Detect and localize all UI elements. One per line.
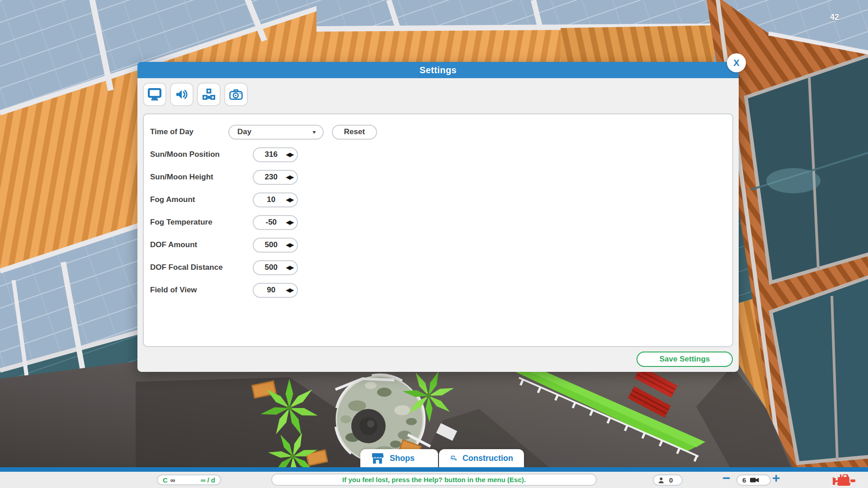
setting-row: Sun/Moon Position 316 ◀ ▶ [144, 143, 732, 166]
reset-button[interactable]: Reset [332, 125, 377, 140]
fps-counter: 42 [830, 13, 839, 22]
help-message-text: If you feel lost, press the Help? button… [342, 476, 526, 483]
camera-zoom-in-button[interactable]: + [772, 470, 780, 486]
camera-icon [229, 89, 243, 100]
decrement-arrow-icon[interactable]: ◀ [286, 264, 289, 271]
sitemap-icon [203, 89, 215, 100]
value-spinner[interactable]: 10 ◀ ▶ [253, 192, 298, 207]
chevron-down-icon: ▼ [311, 130, 317, 135]
setting-row: DOF Amount 500 ◀ ▶ [144, 234, 732, 256]
time-of-day-dropdown[interactable]: Day ▼ [228, 125, 324, 140]
settings-category-toolbar [143, 83, 248, 106]
setting-label: Sun/Moon Height [150, 173, 253, 182]
setting-row: Sun/Moon Height 230 ◀ ▶ [144, 166, 732, 188]
tab-construction[interactable]: Construction [439, 449, 524, 467]
setting-row: DOF Focal Distance 500 ◀ ▶ [144, 256, 732, 279]
setting-label: Sun/Moon Position [150, 150, 253, 159]
setting-row: Fog Amount 10 ◀ ▶ [144, 188, 732, 211]
hud-divider-bar [0, 467, 868, 472]
graphics-settings-button[interactable] [197, 83, 221, 106]
storefront-icon [371, 452, 384, 464]
save-settings-button[interactable]: Save Settings [637, 352, 733, 367]
settings-panel: Time of Day Day ▼ Reset Sun/Moon Positio… [143, 113, 733, 347]
build-menu-tabs: Shops Construction [360, 449, 524, 467]
person-icon [658, 477, 664, 483]
money-indicator: C ∞ ∞ / d [157, 474, 221, 485]
video-camera-icon [750, 477, 759, 483]
population-count: 0 [669, 476, 673, 484]
spinner-rows: Sun/Moon Position 316 ◀ ▶ Sun/Moon Heigh… [144, 143, 732, 301]
setting-row: Field of View 90 ◀ ▶ [144, 279, 732, 301]
value-spinner[interactable]: -50 ◀ ▶ [253, 215, 298, 230]
game-screen: 42 Settings X [0, 0, 868, 488]
camera-zoom-out-button[interactable]: − [722, 470, 731, 486]
status-bar: C ∞ ∞ / d If you feel lost, press the He… [0, 472, 868, 488]
income-rate-suffix: / d [208, 476, 216, 484]
setting-label: Time of Day [150, 127, 228, 136]
camera-level-value: 6 [742, 476, 746, 484]
decrement-arrow-icon[interactable]: ◀ [286, 287, 289, 293]
value-spinner[interactable]: 500 ◀ ▶ [253, 260, 298, 275]
decrement-arrow-icon[interactable]: ◀ [286, 151, 289, 158]
dropdown-selected-value: Day [237, 127, 251, 136]
close-button[interactable]: X [727, 53, 746, 72]
increment-arrow-icon[interactable]: ▶ [290, 197, 293, 203]
spinner-value: -50 [256, 218, 286, 227]
increment-arrow-icon[interactable]: ▶ [290, 151, 293, 158]
dialog-title: Settings [420, 65, 457, 75]
monitor-icon [148, 88, 161, 101]
increment-arrow-icon[interactable]: ▶ [290, 264, 293, 271]
bulldozer-button[interactable] [831, 474, 857, 488]
increment-arrow-icon[interactable]: ▶ [290, 242, 293, 248]
spinner-value: 500 [256, 263, 286, 272]
tab-shops-label: Shops [390, 454, 415, 463]
camera-level-indicator: 6 [736, 474, 771, 486]
spinner-value: 90 [256, 286, 286, 295]
display-settings-button[interactable] [143, 83, 166, 106]
tab-shops[interactable]: Shops [360, 449, 438, 467]
currency-symbol: C [163, 476, 168, 484]
decrement-arrow-icon[interactable]: ◀ [286, 219, 289, 225]
value-spinner[interactable]: 90 ◀ ▶ [253, 283, 298, 298]
increment-arrow-icon[interactable]: ▶ [290, 219, 293, 225]
tab-construction-label: Construction [462, 454, 513, 463]
spinner-value: 230 [256, 173, 286, 182]
help-message: If you feel lost, press the Help? button… [271, 474, 597, 486]
bulldozer-icon [831, 474, 857, 487]
currency-amount: ∞ [170, 476, 175, 484]
speaker-icon [175, 89, 189, 100]
value-spinner[interactable]: 230 ◀ ▶ [253, 170, 298, 185]
spinner-value: 316 [256, 150, 286, 159]
settings-dialog: Settings X [137, 62, 739, 372]
increment-arrow-icon[interactable]: ▶ [290, 174, 293, 180]
value-spinner[interactable]: 500 ◀ ▶ [253, 238, 298, 253]
construction-crane-icon [450, 452, 457, 464]
increment-arrow-icon[interactable]: ▶ [290, 287, 293, 293]
audio-settings-button[interactable] [170, 83, 193, 106]
spinner-value: 500 [256, 240, 286, 249]
dialog-titlebar: Settings [137, 62, 739, 78]
decrement-arrow-icon[interactable]: ◀ [286, 174, 289, 180]
setting-label: Fog Temperature [150, 218, 253, 227]
population-indicator: 0 [653, 474, 683, 486]
setting-row: Fog Temperature -50 ◀ ▶ [144, 211, 732, 234]
camera-settings-button[interactable] [224, 83, 248, 106]
income-rate-value: ∞ [201, 476, 206, 484]
value-spinner[interactable]: 316 ◀ ▶ [253, 147, 298, 162]
decrement-arrow-icon[interactable]: ◀ [286, 242, 289, 248]
decrement-arrow-icon[interactable]: ◀ [286, 197, 289, 203]
setting-label: DOF Amount [150, 240, 253, 249]
spinner-value: 10 [256, 195, 286, 204]
setting-label: Fog Amount [150, 195, 253, 204]
setting-label: DOF Focal Distance [150, 263, 253, 272]
setting-label: Field of View [150, 286, 253, 295]
time-of-day-row: Time of Day Day ▼ Reset [144, 121, 732, 143]
